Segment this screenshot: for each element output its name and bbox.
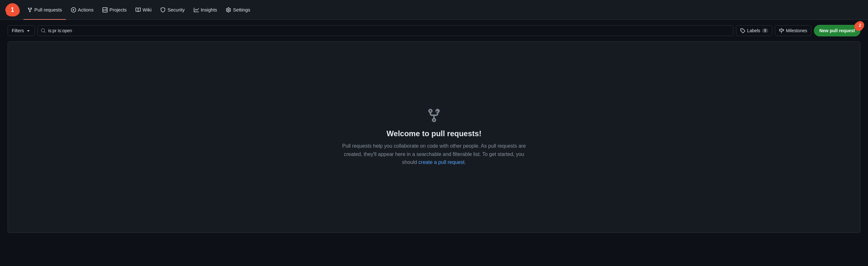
- badge-1: 1: [5, 3, 20, 17]
- empty-state-description: Pull requests help you collaborate on co…: [339, 142, 529, 166]
- gear-icon: [226, 7, 231, 12]
- new-pr-label: New pull request: [819, 28, 855, 33]
- main-content: Filters Labels 9 Milestones: [0, 20, 868, 238]
- nav-item-insights[interactable]: Insights: [190, 0, 221, 20]
- milestones-label: Milestones: [786, 28, 807, 33]
- empty-state-title: Welcome to pull requests!: [386, 129, 482, 138]
- filter-bar: Filters Labels 9 Milestones: [8, 25, 860, 36]
- nav-label-actions: Actions: [78, 7, 94, 12]
- nav-label-insights: Insights: [201, 7, 217, 12]
- nav-item-actions[interactable]: Actions: [67, 0, 97, 20]
- search-container: [37, 25, 734, 36]
- filters-label: Filters: [12, 28, 24, 33]
- logo-area: 1: [5, 3, 20, 17]
- create-pr-link[interactable]: create a pull request: [418, 159, 465, 165]
- pull-request-icon: [27, 7, 32, 12]
- nav-label-wiki: Wiki: [143, 7, 151, 12]
- actions-icon: [71, 7, 76, 12]
- search-icon: [41, 28, 46, 33]
- pr-icon-large: [426, 108, 442, 124]
- empty-state-desc-part2: .: [465, 159, 466, 165]
- wiki-icon: [135, 7, 141, 12]
- labels-icon: [740, 28, 745, 33]
- nav-label-security: Security: [167, 7, 185, 12]
- chart-icon: [194, 7, 199, 12]
- projects-icon: [102, 7, 107, 12]
- nav-item-security[interactable]: Security: [157, 0, 188, 20]
- nav-item-projects[interactable]: Projects: [99, 0, 130, 20]
- empty-state: Welcome to pull requests! Pull requests …: [339, 108, 529, 166]
- nav-item-settings[interactable]: Settings: [222, 0, 254, 20]
- new-pull-request-button[interactable]: New pull request: [814, 25, 860, 36]
- new-pr-wrapper: New pull request 2: [814, 25, 860, 36]
- nav-item-pull-requests[interactable]: Pull requests: [24, 0, 66, 20]
- labels-label: Labels: [747, 28, 760, 33]
- top-navigation: 1 Pull requests Actions Projects Wiki Se…: [0, 0, 868, 20]
- filters-button[interactable]: Filters: [8, 25, 35, 36]
- chevron-down-icon: [26, 28, 31, 33]
- nav-label-pull-requests: Pull requests: [34, 7, 62, 12]
- nav-label-projects: Projects: [110, 7, 127, 12]
- shield-icon: [160, 7, 165, 12]
- pr-list-container: Welcome to pull requests! Pull requests …: [8, 42, 860, 233]
- milestones-button[interactable]: Milestones: [775, 25, 811, 36]
- nav-label-settings: Settings: [233, 7, 250, 12]
- labels-button[interactable]: Labels 9: [736, 25, 772, 36]
- search-input[interactable]: [37, 25, 734, 36]
- nav-item-wiki[interactable]: Wiki: [132, 0, 155, 20]
- milestones-icon: [779, 28, 784, 33]
- labels-count: 9: [762, 28, 768, 33]
